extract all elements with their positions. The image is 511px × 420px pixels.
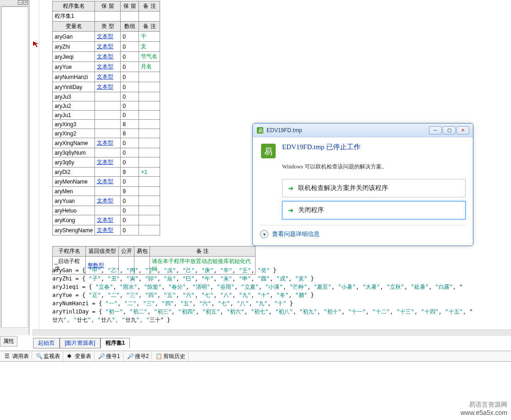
properties-tab[interactable]: 属性 xyxy=(0,336,17,347)
tab-program-set[interactable]: 程序集1 xyxy=(100,338,130,348)
horizontal-scrollbar[interactable] xyxy=(32,330,511,336)
action-close-program[interactable]: ➔ 关闭程序 xyxy=(282,201,466,219)
left-dock-panel: – × xyxy=(0,0,29,335)
clipboard-icon: 📋 xyxy=(156,353,162,359)
document-tabs: 起始页 [图片资源表] 程序集1 xyxy=(33,338,130,348)
table-row[interactable]: aryXing28 xyxy=(53,129,160,138)
table-row[interactable]: aryZhi文本型0支 xyxy=(53,42,160,52)
table-row[interactable]: aryXing38 xyxy=(53,120,160,129)
panel-header: – × xyxy=(0,0,29,6)
table-row[interactable]: ary3q6y文本型0 xyxy=(53,157,160,168)
table-row[interactable]: aryGan文本型0干 xyxy=(53,32,160,42)
table-row[interactable]: aryMen9 xyxy=(53,187,160,196)
clipboard-history-button[interactable]: 📋剪辑历史 xyxy=(153,352,189,361)
search-icon: 🔎 xyxy=(127,353,133,359)
dialog-heading: EDV19FD.tmp 已停止工作 xyxy=(282,143,361,151)
table-row[interactable]: aryJu10 xyxy=(53,111,160,120)
type-link[interactable]: 文本型 xyxy=(97,73,113,80)
table-row[interactable]: aryJieqi文本型0节气名 xyxy=(53,52,160,62)
dialog-details-toggle[interactable]: ▾ 查看问题详细信息 xyxy=(260,225,466,238)
dialog-subtext: Windows 可以联机检查该问题的解决方案。 xyxy=(282,163,466,171)
col-name: 程序集名 xyxy=(53,1,95,11)
var-table-button[interactable]: ✱变量表 xyxy=(64,352,94,361)
dialog-titlebar[interactable]: 易 EDV19FD.tmp ─ ▢ ✕ xyxy=(253,123,473,137)
type-link[interactable]: 文本型 xyxy=(97,33,113,39)
type-link[interactable]: 文本型 xyxy=(97,178,113,185)
arrow-right-icon: ➔ xyxy=(288,207,294,214)
col-keep2: 保 留 xyxy=(121,1,139,11)
magnifier-icon: 🔍 xyxy=(36,353,42,359)
chevron-down-icon: ▾ xyxy=(260,230,268,238)
app-icon: 易 xyxy=(256,127,264,134)
error-dialog: 易 EDV19FD.tmp ─ ▢ ✕ 易 EDV19FD.tmp 已停止工作 … xyxy=(252,123,473,246)
dialog-title: EDV19FD.tmp xyxy=(267,127,429,134)
app-large-icon: 易 xyxy=(260,143,277,159)
type-link[interactable]: 文本型 xyxy=(97,197,113,204)
search2-button[interactable]: 🔎搜寻2 xyxy=(124,352,152,361)
type-link[interactable]: 文本型 xyxy=(97,53,113,60)
call-table-button[interactable]: ☰调用表 xyxy=(2,352,32,361)
tab-image-resource[interactable]: [图片资源表] xyxy=(60,338,100,348)
panel-minimize-icon[interactable]: – xyxy=(18,0,22,5)
vars-icon: ✱ xyxy=(67,353,73,359)
col-note: 备 注 xyxy=(139,1,160,11)
dialog-maximize-button[interactable]: ▢ xyxy=(443,126,455,134)
col-keep1: 保 留 xyxy=(95,1,121,11)
table-header-row: 程序集名 保 留 保 留 备 注 xyxy=(53,1,160,11)
svg-text:易: 易 xyxy=(264,147,272,156)
table-row[interactable]: aryYue文本型0月名 xyxy=(53,62,160,72)
table-row[interactable]: aryShengName文本型0 xyxy=(53,225,160,235)
table-row[interactable]: aryNumHanzi文本型0 xyxy=(53,72,160,82)
dialog-body: 易 EDV19FD.tmp 已停止工作 Windows 可以联机检查该问题的解决… xyxy=(253,137,473,246)
list-icon: ☰ xyxy=(5,353,11,359)
table-row[interactable]: aryHeluo0 xyxy=(53,206,160,215)
table-row[interactable]: aryYinliDay文本型0 xyxy=(53,82,160,92)
table-row[interactable]: aryJu30 xyxy=(53,92,160,101)
dialog-close-button[interactable]: ✕ xyxy=(456,126,469,134)
table-row[interactable]: aryMenName文本型0 xyxy=(53,177,160,187)
svg-text:易: 易 xyxy=(258,128,263,133)
type-link[interactable]: 文本型 xyxy=(97,43,113,50)
table-row[interactable]: aryJu20 xyxy=(53,101,160,111)
type-link[interactable]: 文本型 xyxy=(97,159,113,165)
type-link[interactable]: 文本型 xyxy=(97,84,113,90)
table-header-row: 变量名 类 型 数组 备 注 xyxy=(53,22,160,32)
table-row[interactable]: ary3q6yNum0 xyxy=(53,148,160,157)
bottom-toolbar: ☰调用表 🔍监视表 ✱变量表 🔎搜寻1 🔎搜寻2 📋剪辑历史 xyxy=(0,351,511,362)
panel-body xyxy=(1,6,28,328)
type-link[interactable]: 文本型 xyxy=(97,140,113,146)
type-link[interactable]: 文本型 xyxy=(97,227,113,233)
variable-table: 程序集名 保 留 保 留 备 注 程序集1 变量名 类 型 数组 备 注 ary… xyxy=(52,1,160,235)
watermark-text: 易语言资源网 xyxy=(461,401,507,409)
search-icon: 🔎 xyxy=(98,353,105,359)
arrow-right-icon: ➔ xyxy=(288,185,294,192)
table-row[interactable]: aryYuan文本型0 xyxy=(53,196,160,206)
table-row[interactable]: aryDi29+1 xyxy=(53,168,160,177)
watch-table-button[interactable]: 🔍监视表 xyxy=(33,352,63,361)
table-header-row: 子程序名 返回值类型 公开 易包 备 注 xyxy=(53,246,256,257)
dialog-minimize-button[interactable]: ─ xyxy=(429,126,442,134)
type-link[interactable]: 文本型 xyxy=(97,63,113,70)
arrow-red-icon xyxy=(32,40,39,48)
watermark: 易语言资源网 www.e5a5x.com xyxy=(461,401,507,416)
action-check-online[interactable]: ➔ 联机检查解决方案并关闭该程序 xyxy=(282,179,466,197)
search1-button[interactable]: 🔎搜寻1 xyxy=(95,352,123,361)
tab-start[interactable]: 起始页 xyxy=(33,338,60,348)
table-row[interactable]: 程序集1 xyxy=(53,11,160,22)
type-link[interactable]: 文本型 xyxy=(97,217,113,223)
watermark-url: www.e5a5x.com xyxy=(461,409,507,416)
code-text[interactable]: aryGan = { "甲", "乙", "丙", "丁", "戊", "己",… xyxy=(52,266,511,324)
table-row[interactable]: aryKong文本型0 xyxy=(53,215,160,225)
table-row[interactable]: aryXingName文本型0 xyxy=(53,138,160,148)
panel-close-icon[interactable]: × xyxy=(23,0,28,5)
